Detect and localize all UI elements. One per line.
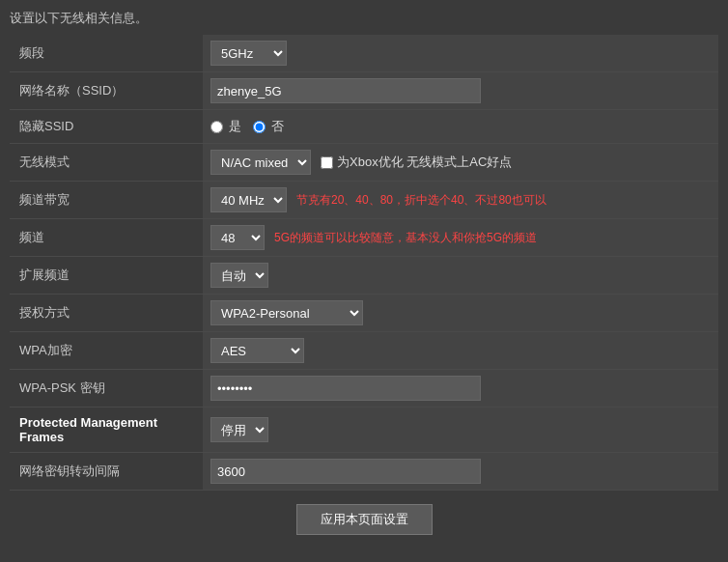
radio-input-是[interactable]	[210, 121, 223, 133]
row-control-8: AESTKIPTKIP+AES	[203, 332, 718, 370]
row-control-3: N onlyAC onlyN/AC mixed为Xbox优化 无线模式上AC好点	[203, 144, 718, 182]
radio-label-否[interactable]: 否	[253, 118, 284, 135]
apply-button[interactable]: 应用本页面设置	[296, 504, 433, 535]
row-label-9: WPA-PSK 密钥	[10, 370, 203, 407]
select-6[interactable]: 自动	[210, 263, 268, 288]
radio-input-否[interactable]	[253, 121, 266, 133]
row-control-9	[203, 370, 718, 407]
table-row: WPA加密AESTKIPTKIP+AES	[10, 332, 718, 370]
select-hint-group-5: 36404448525660641491531571615G的频道可以比较随意，…	[210, 225, 711, 250]
table-row: 频道36404448525660641491531571615G的频道可以比较随…	[10, 219, 718, 257]
checkbox-3[interactable]	[321, 156, 333, 169]
row-control-7: WPA-PersonalWPA2-PersonalWPA/WPA2-Person…	[203, 295, 718, 332]
select-hint-group-4: 20 MHz40 MHz80 MHz节克有20、40、80，折中选个40、不过8…	[210, 187, 711, 212]
select-8[interactable]: AESTKIPTKIP+AES	[210, 338, 304, 363]
row-label-1: 网络名称（SSID）	[10, 72, 203, 110]
password-input-9[interactable]	[210, 376, 481, 401]
radio-group-2: 是否	[210, 118, 711, 135]
select-checkbox-group-3: N onlyAC onlyN/AC mixed为Xbox优化 无线模式上AC好点	[210, 150, 711, 175]
table-row: 网络密钥转动间隔	[10, 453, 718, 491]
row-control-2: 是否	[203, 110, 718, 144]
select-3[interactable]: N onlyAC onlyN/AC mixed	[210, 150, 311, 175]
select-4[interactable]: 20 MHz40 MHz80 MHz	[210, 187, 287, 212]
select-10[interactable]: 停用启用必须	[210, 417, 268, 442]
table-row: 频段2.4GHz5GHz	[10, 35, 718, 72]
row-label-6: 扩展频道	[10, 257, 203, 295]
table-row: 频道带宽20 MHz40 MHz80 MHz节克有20、40、80，折中选个40…	[10, 182, 718, 219]
table-row: Protected Management Frames停用启用必须	[10, 407, 718, 453]
row-control-10: 停用启用必须	[203, 407, 718, 453]
row-control-11	[203, 453, 718, 491]
table-row: 扩展频道自动	[10, 257, 718, 295]
select-0[interactable]: 2.4GHz5GHz	[210, 41, 287, 66]
row-control-6: 自动	[203, 257, 718, 295]
row-label-8: WPA加密	[10, 332, 203, 370]
table-row: WPA-PSK 密钥	[10, 370, 718, 407]
table-row: 网络名称（SSID）	[10, 72, 718, 110]
row-label-3: 无线模式	[10, 144, 203, 182]
table-row: 隐藏SSID是否	[10, 110, 718, 144]
row-control-5: 36404448525660641491531571615G的频道可以比较随意，…	[203, 219, 718, 257]
row-label-0: 频段	[10, 35, 203, 72]
radio-label-是[interactable]: 是	[210, 118, 241, 135]
text-input-11[interactable]	[210, 459, 481, 484]
page-title: 设置以下无线相关信息。	[10, 10, 718, 27]
row-label-2: 隐藏SSID	[10, 110, 203, 144]
row-label-4: 频道带宽	[10, 182, 203, 219]
table-row: 无线模式N onlyAC onlyN/AC mixed为Xbox优化 无线模式上…	[10, 144, 718, 182]
select-5[interactable]: 3640444852566064149153157161	[210, 225, 265, 250]
text-input-1[interactable]	[210, 78, 481, 103]
row-control-4: 20 MHz40 MHz80 MHz节克有20、40、80，折中选个40、不过8…	[203, 182, 718, 219]
row-label-11: 网络密钥转动间隔	[10, 453, 203, 491]
row-label-10: Protected Management Frames	[10, 407, 203, 453]
settings-table: 频段2.4GHz5GHz网络名称（SSID）隐藏SSID是否无线模式N only…	[10, 35, 718, 491]
row-label-5: 频道	[10, 219, 203, 257]
hint-text-5: 5G的频道可以比较随意，基本没人和你抢5G的频道	[274, 230, 537, 246]
hint-text-4: 节克有20、40、80，折中选个40、不过80也可以	[296, 192, 546, 209]
page-container: 设置以下无线相关信息。 频段2.4GHz5GHz网络名称（SSID）隐藏SSID…	[0, 0, 728, 558]
row-control-0: 2.4GHz5GHz	[203, 35, 718, 72]
checkbox-label-3[interactable]: 为Xbox优化 无线模式上AC好点	[321, 154, 512, 171]
apply-button-row: 应用本页面设置	[10, 491, 718, 548]
row-control-1	[203, 72, 718, 110]
select-7[interactable]: WPA-PersonalWPA2-PersonalWPA/WPA2-Person…	[210, 300, 363, 325]
table-row: 授权方式WPA-PersonalWPA2-PersonalWPA/WPA2-Pe…	[10, 295, 718, 332]
row-label-7: 授权方式	[10, 295, 203, 332]
